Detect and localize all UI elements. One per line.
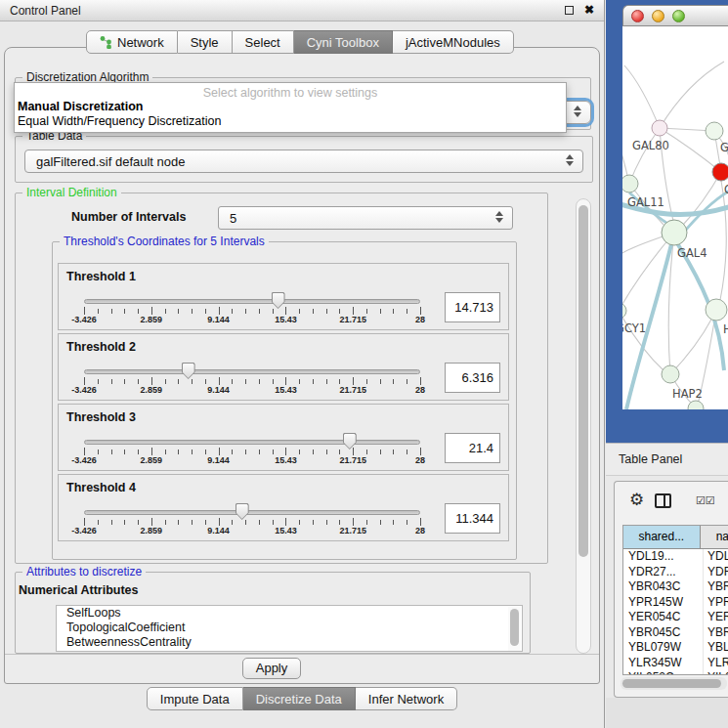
scrollbar-thumb[interactable]: [578, 205, 588, 557]
attribute-item-betweennesscentrality[interactable]: BetweennessCentrality: [57, 635, 522, 650]
gear-icon[interactable]: ⚙: [629, 492, 644, 508]
network-edge[interactable]: [629, 128, 660, 184]
panel-vertical-scrollbar[interactable]: [576, 198, 591, 654]
network-edge[interactable]: [720, 181, 726, 300]
split-columns-icon[interactable]: [655, 493, 671, 508]
major-tick: [151, 307, 152, 315]
cell-shared-name: YER054C: [623, 610, 704, 625]
table-row[interactable]: YLR345WYLR34: [623, 656, 728, 671]
dropdown-option-manual-discretization[interactable]: Manual Discretization: [15, 100, 566, 114]
mac-minimize-icon[interactable]: [652, 10, 664, 22]
threshold-value-field[interactable]: 6.316: [445, 363, 500, 393]
tab-jactivemnodules[interactable]: jActiveMNodules: [393, 30, 514, 54]
network-node-hap2[interactable]: [662, 365, 679, 383]
control-panel-titlebar: Control Panel ✖: [0, 0, 604, 21]
node-label: GAL4: [677, 246, 707, 260]
minor-tick: [407, 379, 407, 384]
tab-cyni-toolbox[interactable]: Cyni Toolbox: [294, 30, 393, 54]
minor-tick: [366, 520, 367, 525]
slider-thumb[interactable]: [236, 503, 249, 520]
tab-label: jActiveMNodules: [406, 35, 500, 50]
table-row[interactable]: YBL079WYBL07: [623, 640, 728, 656]
table-data-combobox[interactable]: galFiltered.sif default node: [24, 150, 583, 173]
network-edge[interactable]: [622, 233, 674, 311]
minor-tick: [192, 309, 193, 314]
threshold-value-field[interactable]: 14.713: [445, 292, 500, 322]
network-node-gal11[interactable]: [622, 175, 638, 193]
attribute-item-topologicalcoefficient[interactable]: TopologicalCoefficient: [57, 621, 522, 635]
tick-label: 2.859: [141, 455, 163, 465]
node-attribute-table[interactable]: shared...na YDL19...YDL19YDR27...YDR27YB…: [622, 525, 728, 675]
minor-tick: [124, 520, 125, 525]
minor-tick: [339, 520, 340, 525]
cell-shared-name: YIL052C: [623, 670, 704, 675]
slider-track[interactable]: [84, 369, 420, 374]
bottom-filler: [606, 698, 728, 728]
float-window-icon[interactable]: [565, 6, 574, 15]
tab-impute-data[interactable]: Impute Data: [147, 687, 243, 710]
tab-network[interactable]: Network: [86, 30, 178, 54]
slider-thumb[interactable]: [182, 363, 195, 379]
table-horizontal-scrollbar[interactable]: [621, 677, 727, 690]
mac-close-icon[interactable]: [631, 10, 644, 22]
table-row[interactable]: YPR145WYPR14: [623, 595, 728, 611]
table-row[interactable]: YBR043CYBR04: [623, 579, 728, 595]
network-node-g[interactable]: [706, 122, 723, 140]
slider-track[interactable]: [84, 510, 420, 515]
column-header-shared[interactable]: shared...: [623, 526, 701, 548]
network-node-gcy1[interactable]: [622, 303, 626, 319]
minor-tick: [111, 379, 112, 384]
minor-tick: [205, 520, 206, 525]
column-header-na[interactable]: na: [701, 526, 728, 548]
threshold-value-field[interactable]: 11.344: [445, 503, 500, 534]
cell-shared-name: YDR27...: [623, 565, 704, 580]
network-canvas[interactable]: GAL80G.CGAL11GAL4GCY1HHAP2: [622, 26, 728, 409]
slider-thumb[interactable]: [272, 292, 285, 309]
network-node-h[interactable]: [706, 299, 727, 321]
network-edge[interactable]: [683, 172, 721, 225]
tab-style[interactable]: Style: [178, 30, 233, 54]
apply-separator: [5, 654, 599, 655]
tab-select[interactable]: Select: [233, 30, 294, 54]
select-columns-checkboxes-icon[interactable]: ☑☑: [696, 494, 715, 507]
slider-thumb[interactable]: [343, 433, 357, 450]
table-row[interactable]: YIL052CYIL05: [623, 670, 728, 675]
table-row[interactable]: YER054CYER05: [623, 610, 728, 625]
network-node-gal80[interactable]: [652, 120, 667, 136]
apply-button[interactable]: Apply: [242, 658, 301, 679]
dropdown-placeholder-item[interactable]: Select algorithm to view settings: [15, 83, 566, 100]
attributes-group-label: Attributes to discretize: [22, 565, 146, 578]
table-panel: ⚙ ☑☑ shared...na YDL19...YDL19YDR27...YD…: [614, 481, 728, 698]
network-edge[interactable]: [624, 65, 660, 128]
network-window-titlebar[interactable]: [622, 5, 728, 26]
table-row[interactable]: YDL19...YDL19: [623, 549, 728, 565]
network-node-gal4[interactable]: [662, 220, 687, 245]
attribute-item-selfloops[interactable]: SelfLoops: [57, 606, 522, 621]
threshold-value-field[interactable]: 21.4: [445, 433, 500, 463]
cell-shared-name: YBR045C: [623, 625, 704, 641]
network-node-c[interactable]: [712, 163, 728, 181]
dropdown-option-equal-width-frequency-discretization[interactable]: Equal Width/Frequency Discretization: [15, 114, 566, 129]
minor-tick: [138, 309, 139, 314]
number-of-intervals-combobox[interactable]: 5: [218, 206, 513, 230]
tab-infer-network[interactable]: Infer Network: [356, 687, 457, 710]
minor-tick: [138, 450, 139, 454]
slider-track[interactable]: [84, 440, 420, 445]
network-edge[interactable]: [660, 62, 724, 128]
scrollbar-thumb[interactable]: [510, 609, 519, 646]
attributes-list-scrollbar[interactable]: [508, 607, 521, 652]
table-row[interactable]: YDR27...YDR27: [623, 565, 728, 580]
thresholds-group-label: Threshold's Coordinates for 5 Intervals: [60, 235, 269, 248]
major-tick: [84, 518, 85, 526]
minor-tick: [339, 450, 340, 454]
interval-definition-label: Interval Definition: [22, 186, 121, 199]
mac-zoom-icon[interactable]: [672, 10, 685, 22]
numerical-attributes-list[interactable]: SelfLoopsTopologicalCoefficientBetweenne…: [56, 605, 523, 652]
table-row[interactable]: YBR045CYBR04: [623, 625, 728, 641]
tab-discretize-data[interactable]: Discretize Data: [243, 687, 356, 710]
minor-tick: [380, 379, 381, 384]
cell-name: YBR04: [704, 579, 728, 595]
slider-track[interactable]: [84, 299, 420, 304]
close-icon[interactable]: ✖: [584, 3, 594, 17]
scrollbar-thumb[interactable]: [622, 679, 721, 688]
